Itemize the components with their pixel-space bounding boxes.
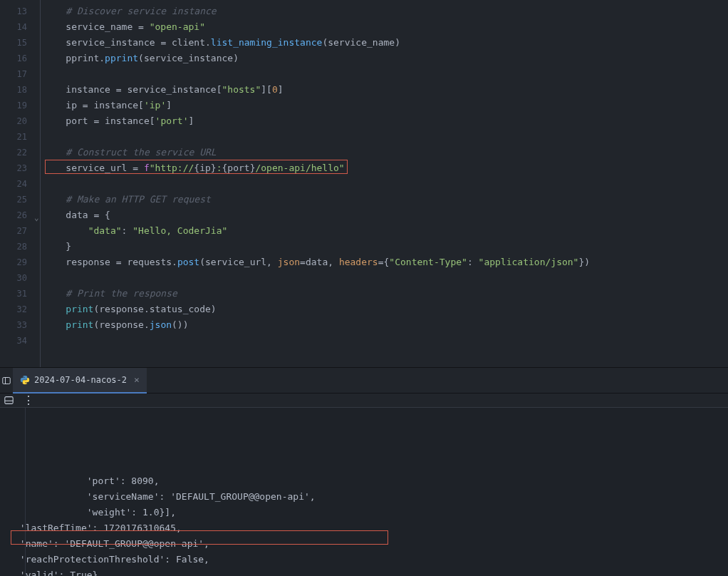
terminal-line: 'name': 'DEFAULT_GROUP@@open-api', (14, 536, 728, 552)
line-number: 27 (0, 223, 27, 239)
layout-toggle-icon[interactable] (3, 395, 14, 406)
code-line[interactable]: print(response.json()) (41, 317, 728, 333)
code-line[interactable]: port = instance['port'] (41, 113, 728, 129)
terminal-line: 'reachProtectionThreshold': False, (14, 552, 728, 567)
svg-rect-2 (4, 397, 12, 404)
terminal-line: 'serviceName': 'DEFAULT_GROUP@@open-api'… (14, 489, 728, 505)
code-line[interactable] (41, 176, 728, 192)
line-number: 34 (0, 333, 27, 349)
code-line[interactable] (41, 66, 728, 82)
code-line[interactable]: data = { (41, 207, 728, 223)
terminal-line: 'weight': 1.0}], (14, 505, 728, 520)
line-number: 21 (0, 129, 27, 145)
fold-chevron-icon[interactable]: ⌄ (34, 210, 39, 226)
line-number: 25 (0, 192, 27, 207)
line-number: 28 (0, 239, 27, 254)
line-number: 13 (0, 4, 27, 19)
code-line[interactable]: ip = instance['ip'] (41, 98, 728, 113)
code-line[interactable]: pprint.pprint(service_instance) (41, 51, 728, 66)
svg-rect-0 (3, 377, 11, 384)
terminal-gutter-divider (25, 408, 26, 576)
terminal-toolbar: ⋮ (0, 394, 728, 408)
code-line[interactable]: } (41, 239, 728, 254)
terminal-output[interactable]: 'port': 8090, 'serviceName': 'DEFAULT_GR… (0, 408, 728, 576)
code-line[interactable]: print(response.status_code) (41, 302, 728, 317)
code-line[interactable] (41, 129, 728, 145)
code-line[interactable]: response = requests.post(service_url, js… (41, 254, 728, 270)
line-number: 16 (0, 51, 27, 66)
python-file-icon (20, 375, 30, 385)
line-number: 24 (0, 176, 27, 192)
terminal-panel: 2024-07-04-nacos-2 × ⋮ 'port': 8090, 'se… (0, 367, 728, 576)
panel-toggle-icon[interactable] (0, 368, 13, 394)
line-number: 23 (0, 160, 27, 176)
kebab-menu-icon[interactable]: ⋮ (23, 394, 34, 407)
line-number: 32 (0, 302, 27, 317)
line-number: 29 (0, 254, 27, 270)
line-number: 20 (0, 113, 27, 129)
code-area[interactable]: # Discover service instance service_name… (40, 0, 728, 367)
line-number: 26 (0, 207, 27, 223)
line-number: 14 (0, 19, 27, 35)
line-number: 17 (0, 66, 27, 82)
code-line[interactable] (41, 333, 728, 349)
line-number-gutter: 1314151617181920212223242526272829303132… (0, 0, 40, 367)
line-number: 15 (0, 35, 27, 51)
terminal-line: 'port': 8090, (14, 473, 728, 489)
close-icon[interactable]: × (134, 374, 140, 385)
code-line[interactable]: # Print the response (41, 286, 728, 302)
code-line[interactable] (41, 270, 728, 286)
terminal-line: 'valid': True} (14, 567, 728, 576)
terminal-tab-active[interactable]: 2024-07-04-nacos-2 × (13, 368, 147, 394)
line-number: 18 (0, 82, 27, 98)
line-number: 22 (0, 145, 27, 160)
line-number: 30 (0, 270, 27, 286)
terminal-tab-bar: 2024-07-04-nacos-2 × (0, 368, 728, 394)
code-line[interactable]: service_name = "open-api" (41, 19, 728, 35)
code-line[interactable]: service_url = f"http://{ip}:{port}/open-… (41, 160, 728, 176)
terminal-line: 'lastRefTime': 1720176310645, (14, 520, 728, 536)
code-editor[interactable]: 1314151617181920212223242526272829303132… (0, 0, 728, 367)
line-number: 33 (0, 317, 27, 333)
code-line[interactable]: # Discover service instance (41, 4, 728, 19)
code-line[interactable]: instance = service_instance["hosts"][0] (41, 82, 728, 98)
terminal-tab-label: 2024-07-04-nacos-2 (34, 375, 127, 385)
line-number: 19 (0, 98, 27, 113)
line-number: 31 (0, 286, 27, 302)
code-line[interactable]: "data": "Hello, CoderJia" (41, 223, 728, 239)
code-line[interactable]: # Construct the service URL (41, 145, 728, 160)
code-line[interactable]: # Make an HTTP GET request (41, 192, 728, 207)
code-line[interactable]: service_instance = client.list_naming_in… (41, 35, 728, 51)
